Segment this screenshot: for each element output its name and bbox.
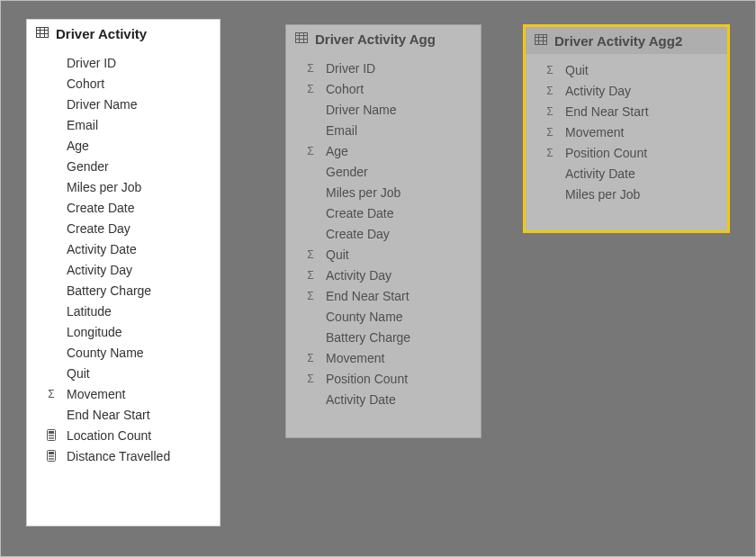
sigma-icon: Σ <box>302 352 319 364</box>
field-name: Longitude <box>59 325 122 339</box>
svg-point-9 <box>52 435 54 436</box>
sigma-icon: Σ <box>542 126 558 139</box>
field-name: County Name <box>59 346 144 360</box>
field-row[interactable]: Miles per Job <box>529 184 724 204</box>
field-row[interactable]: Longitude <box>31 321 216 342</box>
field-row[interactable]: ΣMovement <box>290 347 477 368</box>
field-name: Cohort <box>59 76 104 91</box>
table-header[interactable]: Driver Activity <box>27 20 220 47</box>
table-card[interactable]: Driver Activity Agg2ΣQuitΣActivity DayΣE… <box>523 24 730 233</box>
table-title: Driver Activity Agg2 <box>554 33 682 49</box>
field-name: Position Count <box>319 372 408 386</box>
field-name: Create Day <box>59 221 130 236</box>
field-name: Driver ID <box>319 61 375 76</box>
field-row[interactable]: ΣPosition Count <box>290 368 477 389</box>
field-row[interactable]: ΣQuit <box>290 244 477 265</box>
field-row[interactable]: Email <box>290 120 477 140</box>
svg-point-19 <box>50 458 52 460</box>
field-name: Movement <box>558 125 624 139</box>
table-icon <box>36 25 49 41</box>
field-name: Miles per Job <box>59 180 141 194</box>
field-row[interactable]: Miles per Job <box>290 182 477 202</box>
field-name: Location Count <box>59 428 151 443</box>
field-row[interactable]: Driver Name <box>31 94 216 114</box>
field-row[interactable]: ΣQuit <box>529 59 724 80</box>
field-row[interactable]: Gender <box>31 156 216 176</box>
field-row[interactable]: Email <box>31 114 216 135</box>
field-row[interactable]: Activity Date <box>290 389 477 409</box>
table-card[interactable]: Driver Activity AggΣDriver IDΣCohortDriv… <box>285 24 482 438</box>
field-name: Cohort <box>319 82 364 96</box>
field-row[interactable]: ΣActivity Day <box>529 80 724 101</box>
field-row[interactable]: Activity Date <box>31 238 216 259</box>
field-row[interactable]: Driver ID <box>31 52 216 73</box>
field-row[interactable]: Create Day <box>290 223 477 244</box>
sigma-icon: Σ <box>302 248 319 261</box>
calculator-icon <box>43 450 59 462</box>
field-row[interactable]: Miles per Job <box>31 176 216 197</box>
svg-point-10 <box>49 437 50 439</box>
sigma-icon: Σ <box>542 147 558 159</box>
field-name: Activity Day <box>59 263 132 277</box>
field-row[interactable]: Location Count <box>31 425 216 445</box>
field-name: Miles per Job <box>558 187 640 202</box>
field-row[interactable]: Activity Date <box>529 163 724 184</box>
svg-rect-26 <box>536 35 547 45</box>
field-row[interactable]: Activity Day <box>31 259 216 280</box>
sigma-icon: Σ <box>542 85 558 97</box>
sigma-icon: Σ <box>302 290 319 302</box>
table-card[interactable]: Driver ActivityDriver IDCohortDriver Nam… <box>26 19 220 526</box>
field-row[interactable]: ΣCohort <box>290 78 477 99</box>
field-name: Create Day <box>319 227 390 241</box>
field-row[interactable]: Cohort <box>31 73 216 94</box>
field-row[interactable]: Battery Charge <box>290 327 477 347</box>
field-row[interactable]: ΣAge <box>290 140 477 161</box>
field-row[interactable]: ΣActivity Day <box>290 265 477 285</box>
field-row[interactable]: Latitude <box>31 301 216 321</box>
svg-point-7 <box>49 435 50 436</box>
field-name: Miles per Job <box>319 185 400 200</box>
table-title: Driver Activity <box>56 26 147 41</box>
field-row[interactable]: Create Date <box>290 202 477 223</box>
field-row[interactable]: County Name <box>31 342 216 363</box>
field-row[interactable]: Gender <box>290 161 477 182</box>
table-icon <box>535 32 547 49</box>
field-name: Movement <box>319 351 384 365</box>
field-row[interactable]: ΣDriver ID <box>290 58 477 78</box>
svg-point-20 <box>52 458 54 460</box>
field-name: Quit <box>558 63 589 77</box>
field-name: Activity Date <box>59 242 137 256</box>
svg-rect-0 <box>37 28 49 38</box>
field-name: Activity Day <box>319 268 392 283</box>
svg-point-17 <box>52 455 54 457</box>
sigma-icon: Σ <box>542 105 558 118</box>
field-row[interactable]: County Name <box>290 306 477 327</box>
table-header[interactable]: Driver Activity Agg2 <box>526 27 727 54</box>
field-row[interactable]: Driver Name <box>290 99 477 120</box>
sigma-icon: Σ <box>302 62 319 75</box>
field-row[interactable]: ΣMovement <box>529 121 724 142</box>
field-name: Battery Charge <box>319 330 410 345</box>
field-name: Distance Travelled <box>59 449 170 463</box>
field-row[interactable]: Create Date <box>31 197 216 218</box>
field-row[interactable]: End Near Start <box>31 404 216 425</box>
field-row[interactable]: Distance Travelled <box>31 445 216 466</box>
field-name: Activity Day <box>558 84 631 98</box>
field-row[interactable]: ΣEnd Near Start <box>290 285 477 306</box>
table-title: Driver Activity Agg <box>315 31 436 47</box>
field-name: Position Count <box>558 146 647 160</box>
table-header[interactable]: Driver Activity Agg <box>286 25 481 52</box>
field-row[interactable]: Create Day <box>31 218 216 238</box>
field-row[interactable]: ΣEnd Near Start <box>529 101 724 121</box>
field-row[interactable]: Battery Charge <box>31 280 216 301</box>
field-list: Driver IDCohortDriver NameEmailAgeGender… <box>27 47 220 526</box>
svg-rect-21 <box>296 33 308 43</box>
field-name: Activity Date <box>558 166 635 181</box>
field-row[interactable]: Age <box>31 135 216 156</box>
svg-rect-6 <box>49 431 54 434</box>
field-row[interactable]: ΣMovement <box>31 383 216 404</box>
model-canvas[interactable]: Driver ActivityDriver IDCohortDriver Nam… <box>0 0 756 557</box>
svg-point-8 <box>50 435 52 436</box>
field-row[interactable]: ΣPosition Count <box>529 142 724 163</box>
field-row[interactable]: Quit <box>31 363 216 383</box>
